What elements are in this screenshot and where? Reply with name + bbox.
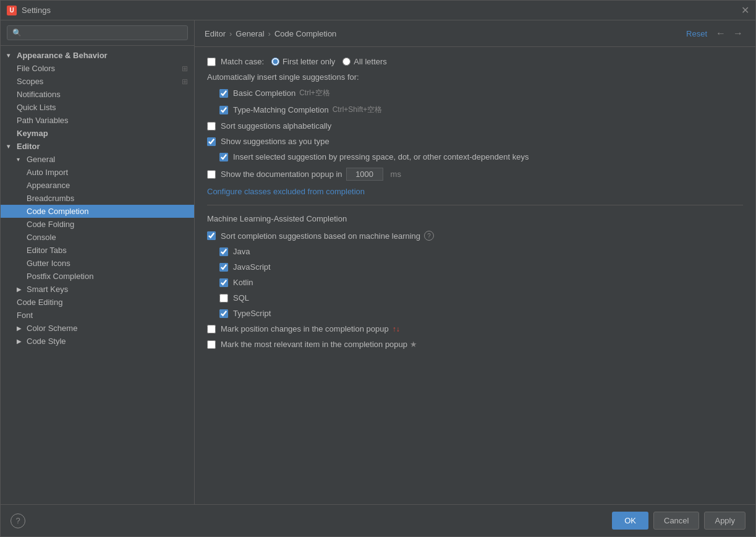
sidebar-item-editor-tabs[interactable]: Editor Tabs	[1, 244, 194, 257]
mark-relevant-label[interactable]: Mark the most relevant item in the compl…	[207, 340, 407, 349]
sidebar-item-keymap[interactable]: Keymap	[1, 127, 194, 140]
ml-sql-row: SQL	[219, 293, 743, 303]
show-doc-popup-checkbox[interactable]	[207, 170, 216, 179]
ml-javascript-label[interactable]: JavaScript	[219, 262, 271, 272]
sidebar-item-postfix-completion[interactable]: Postfix Completion	[1, 270, 194, 283]
breadcrumb-general[interactable]: General	[236, 29, 264, 38]
sidebar-item-color-scheme[interactable]: ▶ Color Scheme	[1, 322, 194, 335]
sidebar-item-quick-lists[interactable]: Quick Lists	[1, 101, 194, 114]
sort-alpha-row: Sort suggestions alphabetically	[207, 121, 743, 131]
radio-all-letters[interactable]	[342, 58, 350, 66]
ml-sort-checkbox[interactable]	[207, 231, 216, 240]
configure-link[interactable]: Configure classes excluded from completi…	[207, 187, 365, 196]
sidebar-item-code-completion[interactable]: Code Completion	[1, 205, 194, 218]
ml-kotlin-row: Kotlin	[219, 278, 743, 287]
sidebar-item-auto-import[interactable]: Auto Import	[1, 166, 194, 179]
sidebar-item-code-style[interactable]: ▶ Code Style	[1, 335, 194, 348]
ml-typescript-checkbox[interactable]	[219, 309, 228, 318]
show-as-you-type-label[interactable]: Show suggestions as you type	[207, 137, 329, 146]
sidebar-item-editor[interactable]: ▾ Editor	[1, 140, 194, 153]
sidebar-item-breadcrumbs[interactable]: Breadcrumbs	[1, 192, 194, 205]
mark-position-row: Mark position changes in the completion …	[207, 324, 743, 333]
sidebar-item-console[interactable]: Console	[1, 231, 194, 244]
ml-section-title: Machine Learning-Assisted Completion	[207, 214, 743, 223]
configure-link-row: Configure classes excluded from completi…	[207, 187, 743, 196]
ml-kotlin-checkbox[interactable]	[219, 278, 228, 287]
window-title: Settings	[22, 6, 51, 15]
help-button[interactable]: ?	[11, 513, 25, 528]
tree-view: ▾ Appearance & Behavior File Colors ⊞ Sc…	[1, 46, 194, 504]
show-as-you-type-row: Show suggestions as you type	[207, 137, 743, 146]
match-case-label[interactable]: Match case:	[207, 57, 264, 66]
breadcrumb-editor[interactable]: Editor	[205, 29, 226, 38]
radio-first-letter[interactable]	[271, 58, 279, 66]
sidebar-item-code-editing[interactable]: Code Editing	[1, 296, 194, 309]
apply-button[interactable]: Apply	[704, 512, 745, 530]
type-matching-label[interactable]: Type-Matching Completion	[219, 105, 329, 114]
type-matching-checkbox[interactable]	[219, 106, 228, 114]
ml-kotlin-label[interactable]: Kotlin	[219, 278, 253, 287]
help-icon[interactable]: ?	[424, 231, 434, 241]
insert-selected-row: Insert selected suggestion by pressing s…	[219, 152, 743, 161]
ml-sql-checkbox[interactable]	[219, 294, 228, 303]
reset-button[interactable]: Reset	[682, 28, 711, 40]
cancel-button[interactable]: Cancel	[653, 512, 699, 530]
sidebar-item-scopes[interactable]: Scopes ⊞	[1, 75, 194, 88]
basic-completion-label[interactable]: Basic Completion	[219, 88, 295, 98]
insert-selected-checkbox[interactable]	[219, 153, 228, 161]
ok-button[interactable]: OK	[612, 512, 648, 530]
sidebar-item-general[interactable]: ▾ General	[1, 153, 194, 166]
footer-left: ?	[11, 513, 25, 528]
sidebar-item-code-folding[interactable]: Code Folding	[1, 218, 194, 231]
ml-typescript-label[interactable]: TypeScript	[219, 309, 271, 318]
search-box	[1, 20, 194, 46]
basic-completion-checkbox[interactable]	[219, 89, 228, 98]
ml-javascript-row: JavaScript	[219, 262, 743, 272]
ml-typescript-row: TypeScript	[219, 309, 743, 318]
radio-first-letter-label[interactable]: First letter only	[271, 57, 335, 66]
sidebar-item-font[interactable]: Font	[1, 309, 194, 322]
insert-selected-label[interactable]: Insert selected suggestion by pressing s…	[219, 152, 529, 161]
close-button[interactable]: ✕	[741, 4, 749, 16]
show-as-you-type-checkbox[interactable]	[207, 137, 216, 146]
content-body: Match case: First letter only All letter…	[195, 47, 755, 504]
type-matching-row: Type-Matching Completion Ctrl+Shift+空格	[219, 105, 743, 115]
arrow-icons: ↑↓	[393, 325, 400, 333]
expand-arrow: ▶	[17, 338, 24, 345]
sidebar-item-appearance-behavior[interactable]: ▾ Appearance & Behavior	[1, 49, 194, 62]
ml-sort-label[interactable]: Sort completion suggestions based on mac…	[207, 231, 420, 241]
sidebar-item-notifications[interactable]: Notifications	[1, 88, 194, 101]
ml-sql-label[interactable]: SQL	[219, 293, 249, 303]
content-header: Editor › General › Code Completion Reset…	[195, 20, 755, 47]
match-case-checkbox[interactable]	[207, 58, 216, 66]
app-icon: U	[7, 6, 17, 15]
ml-javascript-checkbox[interactable]	[219, 263, 228, 272]
settings-window: U Settings ✕ ▾ Appearance & Behavior Fil…	[0, 0, 756, 537]
sort-alpha-label[interactable]: Sort suggestions alphabetically	[207, 121, 331, 131]
main-content: ▾ Appearance & Behavior File Colors ⊞ Sc…	[1, 20, 755, 504]
mark-position-checkbox[interactable]	[207, 325, 216, 333]
search-input[interactable]	[7, 25, 188, 40]
breadcrumb: Editor › General › Code Completion	[205, 29, 682, 38]
expand-arrow: ▶	[17, 325, 24, 332]
back-button[interactable]: ←	[713, 27, 728, 40]
forward-button[interactable]: →	[731, 27, 745, 40]
ml-java-label[interactable]: Java	[219, 247, 250, 256]
ml-java-row: Java	[219, 247, 743, 256]
page-icon: ⊞	[182, 77, 188, 86]
sidebar-item-file-colors[interactable]: File Colors ⊞	[1, 62, 194, 75]
ml-java-checkbox[interactable]	[219, 247, 228, 256]
mark-position-label[interactable]: Mark position changes in the completion …	[207, 324, 389, 333]
sidebar-item-smart-keys[interactable]: ▶ Smart Keys	[1, 283, 194, 296]
sidebar-item-appearance[interactable]: Appearance	[1, 179, 194, 192]
footer: ? OK Cancel Apply	[1, 504, 755, 536]
sort-alpha-checkbox[interactable]	[207, 122, 216, 131]
show-doc-popup-label[interactable]: Show the documentation popup in	[207, 170, 342, 179]
breadcrumb-sep1: ›	[229, 29, 232, 38]
sidebar-item-gutter-icons[interactable]: Gutter Icons	[1, 257, 194, 270]
radio-all-letters-label[interactable]: All letters	[342, 57, 386, 66]
mark-relevant-checkbox[interactable]	[207, 340, 216, 349]
doc-popup-value-input[interactable]	[346, 168, 383, 181]
sidebar-item-path-variables[interactable]: Path Variables	[1, 114, 194, 127]
titlebar: U Settings ✕	[1, 1, 755, 20]
